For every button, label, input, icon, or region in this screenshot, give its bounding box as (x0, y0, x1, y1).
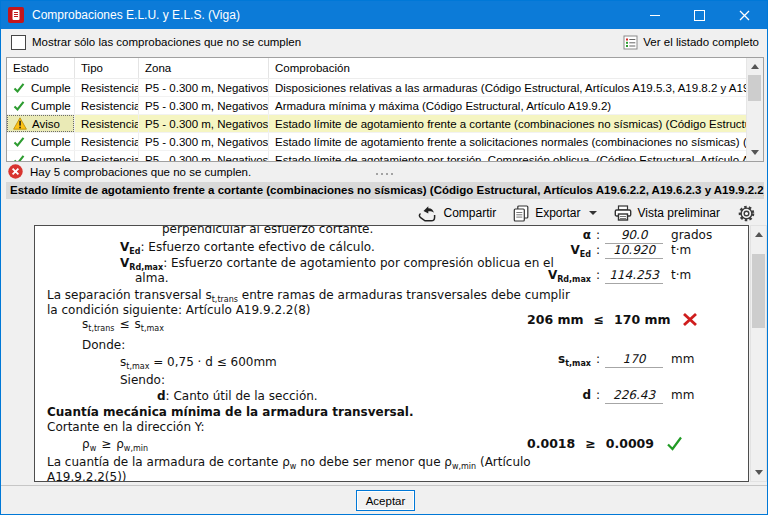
report-toolbar: Compartir Exportar Vista preliminar (417, 202, 756, 224)
table-header: Estado Tipo Zona Comprobación (7, 58, 763, 79)
export-icon (513, 205, 529, 222)
check-icon (11, 100, 27, 112)
maximize-button[interactable] (677, 1, 722, 29)
alert-message: Hay 5 comprobaciones que no se cumplen. (30, 166, 251, 178)
table-row[interactable]: Cumple Resistencia P5 - 0.300 m, Negativ… (7, 151, 763, 162)
vrd-definition-cont: alma. (135, 271, 169, 286)
value-alpha: α:90.0grados (505, 228, 712, 244)
share-button[interactable]: Compartir (417, 205, 496, 222)
filter-checkbox-label: Mostrar sólo las comprobaciones que no s… (32, 36, 301, 48)
titlebar: Comprobaciones E.L.U. y E.L.S. (Viga) (1, 1, 767, 29)
report-scrollbar[interactable] (750, 225, 767, 482)
cuantia-title: Cuantía mecánica mínima de la armadura t… (47, 405, 414, 420)
splitter-handle[interactable] (1, 173, 767, 175)
tipo-cell: Resistencia (75, 133, 139, 150)
donde-label: Donde: (82, 338, 125, 353)
fail-x-icon (682, 312, 698, 327)
share-label: Compartir (443, 206, 496, 220)
export-button[interactable]: Exportar (513, 205, 596, 222)
table-scrollbar[interactable] (746, 58, 763, 161)
col-estado[interactable]: Estado (7, 58, 75, 78)
report-line: perpendicular al esfuerzo cortante. (162, 225, 373, 237)
estado-label: Cumple (31, 82, 71, 94)
value-d: d:226.43mm (505, 388, 694, 404)
col-tipo[interactable]: Tipo (75, 58, 139, 78)
value-vrdmax: VRd,max:114.253t·m (505, 268, 691, 284)
comprobacion-cell: Estado límite de agotamiento por torsión… (269, 151, 763, 162)
scroll-up-icon[interactable] (751, 64, 759, 69)
comprobacion-cell: Disposiciones relativas a las armaduras … (269, 79, 763, 96)
table-row-selected[interactable]: Aviso Resistencia P5 - 0.300 m, Negativo… (7, 115, 763, 133)
pass-check-icon (666, 436, 683, 451)
list-icon (623, 35, 638, 50)
filter-checkbox[interactable] (11, 35, 26, 50)
window-controls (632, 1, 767, 29)
printer-icon (614, 205, 632, 221)
print-preview-button[interactable]: Vista preliminar (614, 205, 720, 221)
cuantia-paragraph: La cuantía de la armadura de cortante ρw… (47, 455, 531, 470)
ved-definition: VEd: Esfuerzo cortante efectivo de cálcu… (120, 240, 375, 255)
check-icon (11, 82, 27, 94)
col-zona[interactable]: Zona (139, 58, 269, 78)
alert-row: Hay 5 comprobaciones que no se cumplen. (8, 164, 251, 179)
error-circle-icon (8, 164, 23, 179)
window-title: Comprobaciones E.L.U. y E.L.S. (Viga) (32, 8, 240, 22)
scrollbar-thumb[interactable] (752, 254, 765, 328)
spacing-formula: st,trans≤st,max (82, 317, 164, 332)
tipo-cell: Resistencia (75, 115, 139, 132)
comprobacion-cell: Estado límite de agotamiento frente a so… (269, 133, 763, 150)
value-ved: VEd:10.920t·m (505, 243, 691, 259)
footer-divider (1, 485, 767, 486)
separation-paragraph: La separación transversal st,trans entre… (47, 288, 570, 303)
accept-button[interactable]: Aceptar (356, 490, 415, 511)
gear-icon (737, 204, 756, 223)
estado-label: Cumple (31, 100, 71, 112)
close-button[interactable] (722, 1, 767, 29)
rho-formula: ρw≥ρw,min (82, 437, 148, 452)
check-cuantia: 0.0018≥0.0009 (527, 436, 683, 451)
zona-cell: P5 - 0.300 m, Negativos (139, 133, 269, 150)
tipo-cell: Resistencia (75, 97, 139, 114)
check-icon (11, 154, 27, 163)
filter-bar: Mostrar sólo las comprobaciones que no s… (11, 33, 759, 51)
warning-icon (12, 117, 28, 130)
scrollbar-thumb[interactable] (748, 75, 761, 101)
export-label: Exportar (535, 206, 580, 220)
tipo-cell: Resistencia (75, 79, 139, 96)
comprobacion-cell: Estado límite de agotamiento frente a co… (269, 115, 763, 132)
minimize-button[interactable] (632, 1, 677, 29)
stmax-formula: st,max = 0,75 · d ≤ 600mm (120, 355, 277, 370)
dropdown-arrow-icon (589, 211, 597, 215)
scroll-down-icon[interactable] (755, 470, 763, 475)
table-row[interactable]: Cumple Resistencia P5 - 0.300 m, Negativ… (7, 97, 763, 115)
maximize-icon (694, 10, 705, 21)
scroll-down-icon[interactable] (751, 150, 759, 155)
settings-button[interactable] (737, 204, 756, 223)
check-spacing: 206 mm≤170 mm (527, 312, 698, 327)
col-comprobacion[interactable]: Comprobación (269, 58, 763, 78)
check-icon (11, 136, 27, 148)
dialog-window: Comprobaciones E.L.U. y E.L.S. (Viga) Mo… (0, 0, 768, 515)
checks-table: Estado Tipo Zona Comprobación Cumple Res… (6, 57, 764, 162)
table-row[interactable]: Cumple Resistencia P5 - 0.300 m, Negativ… (7, 79, 763, 97)
zona-cell: P5 - 0.300 m, Negativos (139, 115, 269, 132)
separation-paragraph-cont: la condición siguiente: Artículo A19.9.2… (47, 303, 310, 318)
vrd-definition: VRd,max: Esfuerzo cortante de agotamient… (120, 256, 554, 271)
zona-cell: P5 - 0.300 m, Negativos (139, 79, 269, 96)
scroll-up-icon[interactable] (755, 232, 763, 237)
print-preview-label: Vista preliminar (638, 206, 720, 220)
cortante-y-label: Cortante en la dirección Y: (47, 420, 205, 435)
table-row[interactable]: Cumple Resistencia P5 - 0.300 m, Negativ… (7, 133, 763, 151)
d-definition: d: Canto útil de la sección. (157, 389, 318, 404)
zona-cell: P5 - 0.300 m, Negativos (139, 97, 269, 114)
share-icon (417, 205, 437, 222)
estado-label: Aviso (32, 118, 60, 130)
close-icon (739, 10, 750, 21)
report-pane: perpendicular al esfuerzo cortante. VEd:… (34, 225, 749, 482)
view-full-list-button[interactable]: Ver el listado completo (623, 35, 759, 50)
cuantia-paragraph-cont: A19.9.2.2(5)) (47, 470, 127, 482)
comprobacion-cell: Armadura mínima y máxima (Código Estruct… (269, 97, 763, 114)
estado-label: Cumple (31, 154, 71, 163)
view-full-list-label: Ver el listado completo (643, 36, 759, 48)
value-stmax: st,max:170mm (505, 352, 694, 368)
